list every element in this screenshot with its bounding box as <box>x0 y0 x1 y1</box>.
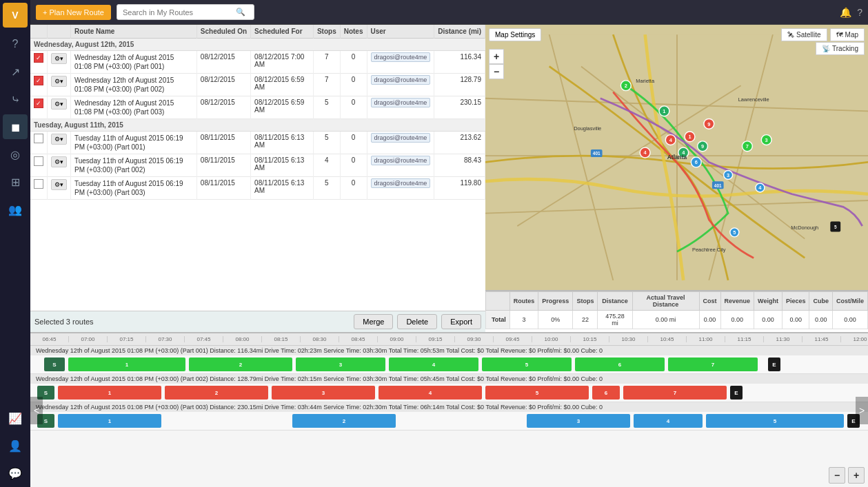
row-checkbox[interactable] <box>30 154 48 177</box>
row-distance: 128.79 <box>434 74 485 96</box>
stats-col-header: Revenue <box>720 292 754 311</box>
row-user: dragosi@route4me <box>367 132 434 154</box>
optimize-icon[interactable]: ◎ <box>3 142 28 167</box>
date-group-header: Wednesday, August 12th, 2015 <box>30 39 485 51</box>
row-checkbox[interactable]: ✓ <box>30 74 48 96</box>
row-user: dragosi@route4me <box>367 96 434 119</box>
tracking-button[interactable]: 📡 Tracking <box>816 42 865 55</box>
map-settings-button[interactable]: Map Settings <box>489 28 541 41</box>
route-gear-button[interactable]: ⚙▾ <box>51 76 67 87</box>
route-gear-button[interactable]: ⚙▾ <box>51 179 67 190</box>
route-list: Route Name Scheduled On Scheduled For St… <box>30 25 485 332</box>
row-gear: ⚙▾ <box>48 132 71 154</box>
timeline-nav-left[interactable]: < <box>30 397 43 424</box>
stats-col-header: Cost/Mile <box>832 292 867 311</box>
topbar-right: 🔔 ? <box>840 7 862 18</box>
export-button[interactable]: Export <box>441 314 481 329</box>
row-user: dragosi@route4me <box>367 154 434 177</box>
col-notes: Notes <box>340 25 367 39</box>
row-notes: 0 <box>340 74 367 96</box>
timeline-nav-right[interactable]: > <box>856 397 868 424</box>
search-box: 🔍 <box>117 4 254 20</box>
row-distance: 230.15 <box>434 96 485 119</box>
row-stops: 7 <box>313 74 340 96</box>
app-logo: V <box>3 3 28 28</box>
table-row: ⚙▾ Tuesday 11th of August 2015 06:19 PM … <box>30 132 485 154</box>
row-checkbox[interactable]: ✓ <box>30 51 48 74</box>
timeline-time-label: 11:15 <box>725 336 764 342</box>
svg-text:Douglasville: Douglasville <box>574 125 601 132</box>
timeline-time-label: 10:30 <box>609 336 648 342</box>
timeline-bar: 4 <box>634 414 703 428</box>
row-checkbox[interactable]: ✓ <box>30 96 48 119</box>
timeline-time-label: 12:00 <box>841 336 868 342</box>
tracking-icon: 📡 <box>822 45 830 52</box>
route-gear-button[interactable]: ⚙▾ <box>51 99 67 110</box>
timeline-bar: 6 <box>575 358 665 371</box>
help-topbar-icon[interactable]: ? <box>857 7 862 18</box>
row-distance: 119.80 <box>434 177 485 200</box>
timeline-bar: 5 <box>482 358 572 371</box>
timeline-bar: 6 <box>592 386 620 400</box>
zoom-out-button[interactable]: − <box>489 64 504 79</box>
plan-route-button[interactable]: + Plan New Route <box>36 5 111 20</box>
route-multi-icon[interactable]: ⤷ <box>3 87 28 112</box>
route-simple-icon[interactable]: ↗ <box>3 59 28 84</box>
map-svg: 2 1 1 9 4 4 9 6 7 3 4 <box>485 25 868 290</box>
timeline-route-header: Wednesday 12th of August 2015 01:08 PM (… <box>30 402 868 412</box>
timeline-route: Wednesday 12th of August 2015 01:08 PM (… <box>30 374 868 402</box>
timeline-time-label: 11:45 <box>803 336 841 342</box>
timeline-bar: 3 <box>272 386 375 400</box>
row-gear: ⚙▾ <box>48 177 71 200</box>
timeline-route-bars: S12345E <box>30 412 868 430</box>
layers-icon[interactable]: ⊞ <box>3 169 28 194</box>
date-group-header: Tuesday, August 11th, 2015 <box>30 119 485 132</box>
zoom-in-button[interactable]: + <box>489 49 504 64</box>
map-background: 2 1 1 9 4 4 9 6 7 3 4 <box>485 25 868 290</box>
map-icon[interactable]: ◼ <box>3 114 28 139</box>
delete-button[interactable]: Delete <box>397 314 437 329</box>
timeline-bar: S <box>44 358 65 371</box>
timeline-time-label: 09:15 <box>416 336 455 342</box>
row-notes: 0 <box>340 177 367 200</box>
route-gear-button[interactable]: ⚙▾ <box>51 134 67 145</box>
timeline-time-label: 08:00 <box>223 336 262 342</box>
timeline-time-label: 10:15 <box>571 336 609 342</box>
help-icon[interactable]: ? <box>3 32 28 56</box>
team-icon[interactable]: 👥 <box>3 197 28 222</box>
search-input[interactable] <box>123 8 233 17</box>
stats-value: 0.00 <box>754 311 783 329</box>
map-area[interactable]: 2 1 1 9 4 4 9 6 7 3 4 <box>485 25 868 290</box>
timeline-bar: 5 <box>485 386 589 400</box>
avatar-icon[interactable]: 👤 <box>3 433 28 458</box>
row-notes: 0 <box>340 51 367 74</box>
svg-text:5: 5 <box>733 229 736 236</box>
route-gear-button[interactable]: ⚙▾ <box>51 156 67 167</box>
notifications-icon[interactable]: 🔔 <box>840 7 851 18</box>
analytics-icon[interactable]: 📈 <box>3 406 28 431</box>
timeline-time-label: 09:00 <box>378 336 416 342</box>
timeline-bar: 1 <box>58 414 161 428</box>
row-user: dragosi@route4me <box>367 177 434 200</box>
svg-text:401: 401 <box>714 183 722 188</box>
timeline-zoom-out-button[interactable]: − <box>829 467 845 484</box>
map-zoom-controls: + − <box>489 49 504 79</box>
col-scheduled-on: Scheduled On <box>196 25 250 39</box>
timeline-route-header: Wednesday 12th of August 2015 01:08 PM (… <box>30 374 868 384</box>
timeline-time-label: 06:45 <box>30 336 69 342</box>
svg-text:6: 6 <box>695 159 698 165</box>
timeline-time-label: 07:45 <box>185 336 223 342</box>
row-checkbox[interactable] <box>30 177 48 200</box>
timeline-zoom-in-button[interactable]: + <box>848 467 865 484</box>
svg-text:Marietta: Marietta <box>636 78 655 84</box>
row-checkbox[interactable] <box>30 132 48 154</box>
timeline-time-label: 09:30 <box>455 336 494 342</box>
merge-button[interactable]: Merge <box>354 314 393 329</box>
satellite-view-button[interactable]: 🛰 Satellite <box>781 28 827 41</box>
chat-icon[interactable]: 💬 <box>3 461 28 486</box>
row-user: dragosi@route4me <box>367 74 434 96</box>
map-view-button[interactable]: 🗺 Map <box>830 28 865 41</box>
route-gear-button[interactable]: ⚙▾ <box>51 53 67 64</box>
sidebar: V ? ↗ ⤷ ◼ ◎ ⊞ 👥 📈 👤 💬 <box>0 0 30 487</box>
svg-text:Atlanta: Atlanta <box>667 154 687 160</box>
